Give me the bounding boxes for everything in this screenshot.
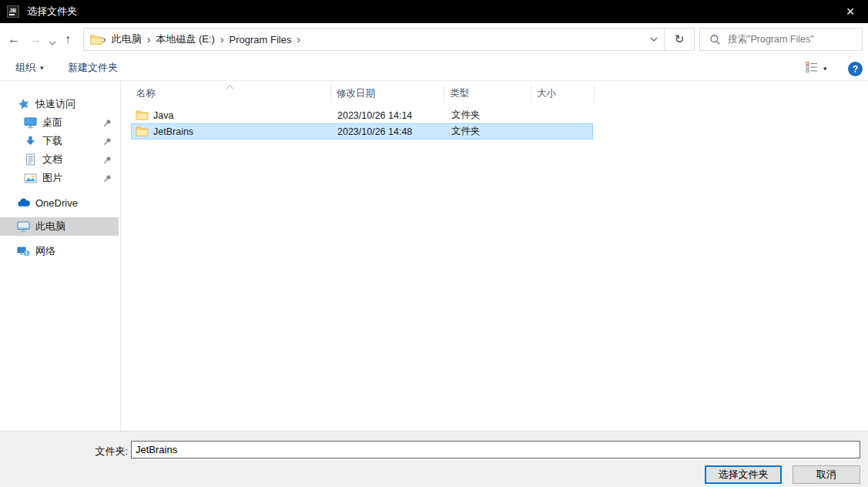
- column-divider[interactable]: [531, 85, 531, 102]
- file-type-cell: 文件夹: [444, 125, 531, 138]
- download-arrow-icon: [24, 135, 37, 148]
- pin-icon[interactable]: [103, 136, 112, 148]
- view-details-icon[interactable]: [806, 62, 819, 76]
- file-date-cell: 2023/10/26 14:48: [331, 126, 444, 137]
- new-folder-button[interactable]: 新建文件夹: [68, 55, 118, 80]
- breadcrumb-drive-e[interactable]: 本地磁盘 (E:): [150, 32, 220, 46]
- pictures-icon: [24, 172, 37, 185]
- column-header-type[interactable]: 类型: [444, 83, 531, 103]
- file-name: Java: [153, 110, 173, 121]
- folder-name-input[interactable]: [131, 441, 860, 458]
- help-icon[interactable]: ?: [848, 62, 863, 76]
- pin-icon[interactable]: [103, 155, 112, 166]
- desktop-monitor-icon: [24, 116, 37, 129]
- sidebar-item-label: 桌面: [42, 116, 62, 129]
- sidebar-item-documents[interactable]: 文档: [0, 150, 119, 169]
- up-button[interactable]: ↑: [65, 30, 71, 49]
- file-date-cell: 2023/10/26 14:14: [331, 110, 444, 121]
- forward-button: →: [29, 30, 42, 49]
- organize-label: 组织: [15, 61, 35, 75]
- breadcrumb-program-files[interactable]: Program Files: [224, 34, 297, 45]
- select-folder-button[interactable]: 选择文件夹: [705, 465, 782, 484]
- search-box[interactable]: [699, 28, 863, 51]
- file-row-jetbrains[interactable]: JetBrains 2023/10/26 14:48 文件夹: [131, 123, 593, 139]
- sidebar-item-network[interactable]: 网络: [0, 242, 119, 260]
- address-dropdown-chevron-icon[interactable]: [644, 36, 664, 42]
- sidebar-item-desktop[interactable]: 桌面: [0, 113, 119, 132]
- dialog-footer: 文件夹: 选择文件夹 取消: [0, 431, 868, 487]
- organize-menu-button[interactable]: 组织 ▾: [15, 55, 44, 80]
- sidebar-item-pictures[interactable]: 图片: [0, 169, 119, 187]
- navigation-bar: ← → ↑ › 此电脑 › 本地磁盘 (E:) › Program Files …: [0, 23, 868, 55]
- sidebar-item-label: 图片: [42, 171, 62, 185]
- sidebar-item-label: 快速访问: [35, 97, 75, 111]
- column-header-size[interactable]: 大小: [531, 83, 595, 103]
- sidebar-item-label: OneDrive: [35, 197, 78, 209]
- sidebar-item-label: 文档: [42, 153, 62, 166]
- history-chevron-icon[interactable]: [49, 33, 56, 52]
- new-folder-label: 新建文件夹: [68, 61, 118, 75]
- select-folder-dialog: JB 选择文件夹 × ← → ↑ › 此电脑 › 本地磁盘 (E:) › Pro…: [0, 0, 868, 487]
- column-header-date-modified[interactable]: 修改日期: [331, 83, 444, 103]
- file-type-cell: 文件夹: [444, 109, 531, 122]
- close-icon[interactable]: ×: [833, 0, 868, 23]
- sidebar-item-this-pc[interactable]: 此电脑: [0, 217, 119, 236]
- view-dropdown-chevron-icon[interactable]: ▾: [823, 65, 827, 72]
- quick-access-star-icon: [17, 98, 30, 111]
- folder-icon: [90, 35, 102, 45]
- document-icon: [24, 153, 37, 166]
- pin-icon[interactable]: [103, 173, 112, 185]
- back-button[interactable]: ←: [8, 30, 20, 49]
- jetbrains-logo-icon: JB: [7, 5, 19, 18]
- titlebar: JB 选择文件夹 ×: [0, 0, 868, 23]
- file-name-cell: Java: [131, 110, 331, 121]
- column-divider[interactable]: [444, 85, 444, 102]
- sidebar-item-quick-access[interactable]: 快速访问: [0, 95, 119, 113]
- breadcrumb-this-pc[interactable]: 此电脑: [106, 32, 147, 46]
- folder-name-label: 文件夹:: [69, 445, 128, 458]
- folder-icon: [136, 126, 149, 136]
- column-divider[interactable]: [594, 85, 595, 102]
- pin-icon[interactable]: [103, 118, 112, 129]
- search-icon: [709, 34, 721, 45]
- sidebar-item-onedrive[interactable]: OneDrive: [0, 193, 119, 212]
- sidebar-item-label: 此电脑: [35, 220, 65, 233]
- file-row-java[interactable]: Java 2023/10/26 14:14 文件夹: [131, 107, 593, 123]
- sidebar-item-label: 下载: [42, 134, 62, 148]
- folder-icon: [136, 110, 149, 120]
- column-header-name[interactable]: 名称: [131, 83, 331, 103]
- onedrive-cloud-icon: [17, 196, 30, 210]
- window-title: 选择文件夹: [27, 5, 77, 18]
- file-name: JetBrains: [153, 126, 193, 137]
- this-pc-monitor-icon: [17, 220, 30, 233]
- breadcrumb-separator[interactable]: ›: [297, 33, 301, 45]
- cancel-button[interactable]: 取消: [793, 465, 860, 484]
- column-divider[interactable]: [330, 85, 331, 102]
- command-toolbar: 组织 ▾ 新建文件夹 ▾: [0, 55, 868, 81]
- sidebar-item-label: 网络: [35, 244, 55, 258]
- address-bar[interactable]: › 此电脑 › 本地磁盘 (E:) › Program Files › ↻: [83, 28, 695, 51]
- search-input[interactable]: [728, 34, 862, 45]
- chevron-down-icon: ▾: [40, 64, 44, 72]
- file-name-cell: JetBrains: [131, 126, 331, 137]
- refresh-icon[interactable]: ↻: [665, 32, 694, 46]
- navigation-pane: 快速访问 桌面 下载 文档 图片 OneDrive 此电脑: [0, 81, 121, 431]
- sidebar-item-downloads[interactable]: 下载: [0, 132, 119, 150]
- network-icon: [17, 245, 30, 258]
